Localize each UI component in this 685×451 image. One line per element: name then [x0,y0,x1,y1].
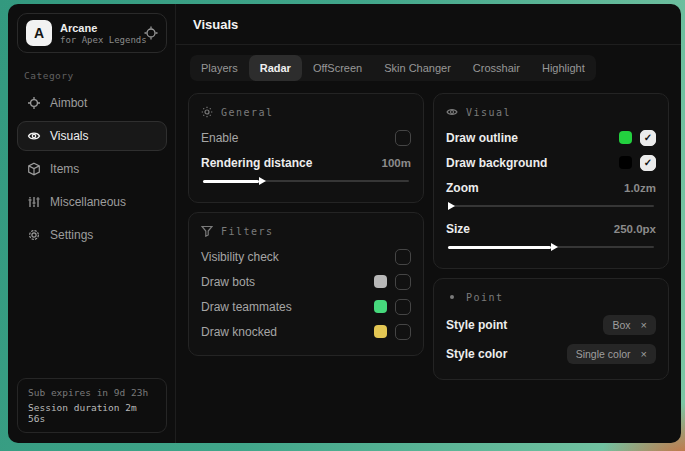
app-header-card: A Arcane for Apex Legends [17,13,167,53]
panel-title: General [221,107,274,118]
sub-expires-text: Sub expires in 9d 23h [28,387,156,398]
draw-outline-label: Draw outline [446,131,611,145]
close-icon[interactable]: × [641,348,647,360]
tab-offscreen[interactable]: OffScreen [302,55,373,81]
tab-highlight[interactable]: Highlight [531,55,596,81]
box-icon [27,162,41,176]
draw-knocked-label: Draw knocked [201,325,366,339]
tab-players[interactable]: Players [190,55,249,81]
visibility-check-checkbox[interactable] [395,249,411,265]
style-point-value: Box [612,319,630,331]
draw-knocked-color-swatch[interactable] [374,325,387,338]
draw-outline-checkbox[interactable]: ✓ [640,130,656,146]
draw-teammates-label: Draw teammates [201,300,366,314]
page-title: Visuals [193,17,664,32]
draw-teammates-color-swatch[interactable] [374,300,387,313]
zoom-value: 1.0zm [624,182,656,194]
draw-outline-row: Draw outline ✓ [446,125,656,150]
tab-bar: Players Radar OffScreen Skin Changer Cro… [190,55,596,81]
enable-checkbox[interactable] [395,130,411,146]
size-slider[interactable] [448,242,654,252]
eye-icon [446,106,458,118]
app-logo: A [26,20,52,46]
enable-label: Enable [201,131,387,145]
style-point-row: Style point Box × [446,310,656,339]
check-icon: ✓ [644,133,652,143]
slider-thumb[interactable] [448,202,455,210]
sidebar-item-label: Miscellaneous [50,195,126,209]
size-row: Size 250.0px [446,216,656,241]
app-subtitle: for Apex Legends [60,35,136,45]
panel-title: Visual [466,107,511,118]
sidebar-item-visuals[interactable]: Visuals [17,121,167,151]
size-label: Size [446,222,606,236]
enable-row: Enable [201,125,411,150]
draw-background-row: Draw background ✓ [446,150,656,175]
visibility-check-row: Visibility check [201,244,411,269]
draw-bots-label: Draw bots [201,275,366,289]
sidebar-item-label: Visuals [50,129,88,143]
draw-knocked-row: Draw knocked [201,319,411,344]
sun-icon [201,106,213,118]
funnel-icon [201,225,213,237]
filters-panel: Filters Visibility check Draw bots Draw … [188,212,424,356]
dot-icon [446,291,458,303]
main-area: Visuals Players Radar OffScreen Skin Cha… [176,4,681,443]
session-info-card: Sub expires in 9d 23h Session duration 2… [17,378,167,433]
close-icon[interactable]: × [641,319,647,331]
draw-knocked-checkbox[interactable] [395,324,411,340]
slider-thumb[interactable] [259,177,266,185]
panel-title: Point [466,292,504,303]
sidebar-item-label: Items [50,162,79,176]
general-panel: General Enable Rendering distance 100m [188,93,424,203]
sidebar-item-items[interactable]: Items [17,154,167,184]
sliders-icon [27,195,41,209]
draw-background-label: Draw background [446,156,611,170]
sidebar-item-aimbot[interactable]: Aimbot [17,88,167,118]
point-panel: Point Style point Box × Style color Sing… [433,278,669,380]
zoom-slider[interactable] [448,201,654,211]
style-color-value: Single color [576,348,631,360]
check-icon: ✓ [644,158,652,168]
rendering-distance-value: 100m [382,157,411,169]
sidebar-item-label: Settings [50,228,93,242]
visibility-check-label: Visibility check [201,250,387,264]
draw-bots-checkbox[interactable] [395,274,411,290]
tab-crosshair[interactable]: Crosshair [462,55,531,81]
visual-panel: Visual Draw outline ✓ Draw background ✓ … [433,93,669,269]
zoom-row: Zoom 1.0zm [446,175,656,200]
main-header: Visuals [176,4,681,45]
draw-bots-row: Draw bots [201,269,411,294]
draw-teammates-checkbox[interactable] [395,299,411,315]
category-label: Category [24,70,167,81]
tab-radar[interactable]: Radar [249,55,302,81]
eye-icon [27,129,41,143]
draw-background-color-swatch[interactable] [619,156,632,169]
tab-skin-changer[interactable]: Skin Changer [373,55,462,81]
target-icon[interactable] [144,26,158,40]
sidebar: A Arcane for Apex Legends Category Aimbo… [8,4,176,443]
draw-background-checkbox[interactable]: ✓ [640,155,656,171]
style-color-select[interactable]: Single color × [567,344,656,364]
style-point-label: Style point [446,318,595,332]
rendering-distance-slider[interactable] [203,176,409,186]
sidebar-item-label: Aimbot [50,96,87,110]
style-point-select[interactable]: Box × [603,315,656,335]
rendering-distance-label: Rendering distance [201,156,374,170]
draw-bots-color-swatch[interactable] [374,275,387,288]
crosshair-icon [27,96,41,110]
size-value: 250.0px [614,223,656,235]
draw-outline-color-swatch[interactable] [619,131,632,144]
sidebar-item-settings[interactable]: Settings [17,220,167,250]
session-duration-text: Session duration 2m 56s [28,402,156,424]
zoom-label: Zoom [446,181,616,195]
content-grid: General Enable Rendering distance 100m [176,81,681,380]
app-window: A Arcane for Apex Legends Category Aimbo… [8,4,681,443]
style-color-row: Style color Single color × [446,339,656,368]
gear-icon [27,228,41,242]
draw-teammates-row: Draw teammates [201,294,411,319]
slider-thumb[interactable] [551,243,558,251]
rendering-distance-row: Rendering distance 100m [201,150,411,175]
style-color-label: Style color [446,347,559,361]
sidebar-item-miscellaneous[interactable]: Miscellaneous [17,187,167,217]
